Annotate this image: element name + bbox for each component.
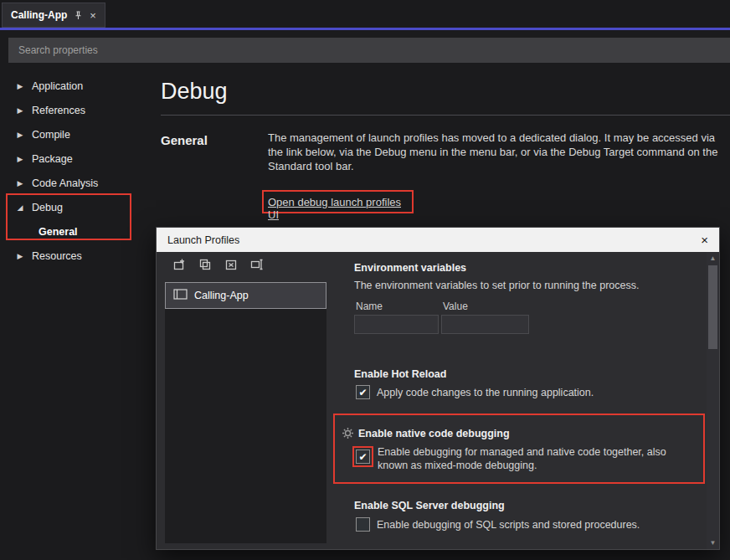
sql-debug-checkbox[interactable] (356, 517, 370, 532)
profile-toolbar (168, 256, 267, 275)
new-profile-button[interactable] (168, 256, 189, 275)
accent-divider (0, 28, 730, 30)
sidebar-item-application[interactable]: ▶ Application (8, 74, 156, 98)
duplicate-profile-icon (198, 258, 212, 275)
native-debug-title: Enable native code debugging (358, 428, 510, 439)
sidebar-item-label: Package (32, 153, 73, 165)
env-value-header: Value (443, 301, 468, 312)
delete-profile-icon (224, 258, 238, 275)
chevron-right-icon[interactable]: ▶ (15, 131, 25, 139)
vs-property-page-window: Calling-App × ▶ Application ▶ References… (0, 0, 730, 560)
scrollbar-thumb[interactable] (708, 265, 717, 349)
native-debug-checkbox-label: Enable debugging for managed and native … (378, 444, 691, 472)
new-profile-icon (172, 258, 186, 275)
sidebar-item-package[interactable]: ▶ Package (8, 146, 156, 171)
chevron-right-icon[interactable]: ▶ (15, 179, 25, 188)
pin-icon[interactable] (74, 11, 83, 20)
tab-title: Calling-App (11, 9, 67, 21)
hot-reload-title: Enable Hot Reload (354, 368, 446, 380)
env-variables-description: The environment variables to set prior t… (354, 280, 639, 291)
scroll-down-icon[interactable]: ▼ (707, 539, 719, 547)
chevron-right-icon[interactable]: ▶ (15, 252, 25, 260)
gear-icon (342, 427, 354, 443)
open-profiles-link-highlight-box: Open debug launch profiles UI (262, 190, 414, 213)
rename-profile-button[interactable] (246, 256, 267, 275)
env-name-header: Name (356, 301, 383, 312)
scroll-up-icon[interactable]: ▲ (707, 254, 719, 262)
launch-profiles-description: The management of launch profiles has mo… (268, 131, 724, 173)
page-title: Debug (161, 79, 228, 105)
sidebar-item-label: Application (32, 80, 83, 92)
search-box (8, 38, 730, 63)
profile-name: Calling-App (194, 290, 249, 301)
sidebar-item-label: References (32, 105, 85, 116)
sql-debug-checkbox-label: Enable debugging of SQL scripts and stor… (377, 517, 640, 532)
env-variables-title: Environment variables (354, 262, 466, 274)
dialog-body: Calling-App Environment variables The en… (157, 252, 719, 549)
hot-reload-checkbox[interactable]: ✔ (356, 385, 370, 399)
dialog-close-icon[interactable]: × (701, 234, 708, 246)
hot-reload-row: ✔ Apply code changes to the running appl… (356, 385, 594, 399)
launch-profiles-dialog: Launch Profiles × (156, 227, 720, 550)
dialog-title: Launch Profiles (167, 234, 239, 246)
sidebar-item-resources[interactable]: ▶ Resources (8, 244, 156, 268)
native-debug-checkbox[interactable]: ✔ (356, 450, 370, 464)
sidebar-item-references[interactable]: ▶ References (8, 98, 156, 122)
search-input[interactable] (18, 44, 720, 56)
env-name-input[interactable] (354, 315, 439, 334)
sidebar-item-code-analysis[interactable]: ▶ Code Analysis (8, 171, 156, 195)
profile-item-calling-app[interactable]: Calling-App (165, 282, 326, 309)
profile-icon (173, 288, 188, 303)
title-divider (161, 115, 730, 116)
profile-list: Calling-App (165, 282, 326, 543)
rename-profile-icon (250, 258, 264, 275)
sidebar-item-label: Compile (32, 129, 70, 141)
env-value-input[interactable] (441, 315, 529, 334)
chevron-right-icon[interactable]: ▶ (15, 82, 25, 90)
sql-debug-title: Enable SQL Server debugging (354, 500, 505, 511)
duplicate-profile-button[interactable] (194, 256, 215, 275)
check-icon: ✔ (358, 451, 367, 463)
general-section-label: General (161, 133, 208, 147)
hot-reload-checkbox-label: Apply code changes to the running applic… (377, 385, 594, 399)
sidebar-item-compile[interactable]: ▶ Compile (8, 122, 156, 146)
close-icon[interactable]: × (90, 10, 96, 21)
sidebar-item-label: Code Analysis (32, 177, 98, 189)
debug-section-highlight-box (6, 193, 131, 240)
dialog-scrollbar[interactable]: ▲ ▼ (707, 252, 719, 549)
document-tab-bar: Calling-App × (0, 0, 730, 28)
sidebar-item-label: Resources (32, 250, 82, 262)
chevron-right-icon[interactable]: ▶ (15, 155, 25, 163)
tab-calling-app[interactable]: Calling-App × (2, 3, 105, 28)
open-debug-launch-profiles-link[interactable]: Open debug launch profiles UI (268, 196, 412, 221)
check-icon: ✔ (358, 387, 367, 398)
delete-profile-button[interactable] (220, 256, 241, 275)
dialog-titlebar: Launch Profiles × (157, 228, 719, 252)
chevron-right-icon[interactable]: ▶ (15, 106, 25, 115)
native-debug-checkbox-highlight-box: ✔ (352, 446, 373, 467)
sql-debug-row: Enable debugging of SQL scripts and stor… (356, 517, 640, 532)
